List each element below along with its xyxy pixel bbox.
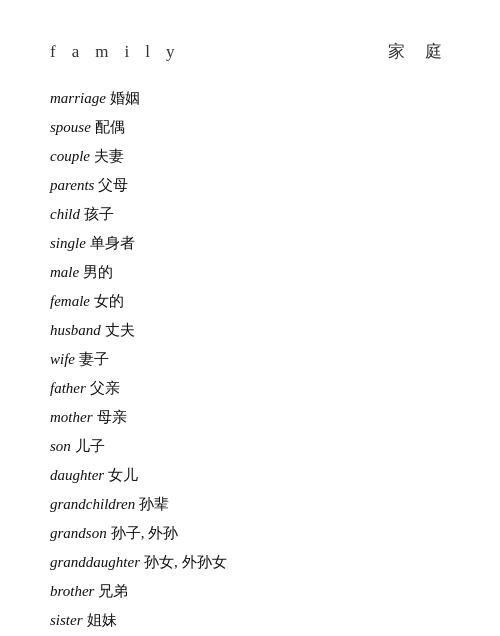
vocab-chinese: 孙子, 外孙	[111, 525, 179, 541]
list-item: daughter女儿	[50, 468, 450, 483]
title-chinese: 家 庭	[388, 40, 450, 63]
list-item: single单身者	[50, 236, 450, 251]
vocab-english: father	[50, 380, 86, 396]
vocab-english: brother	[50, 583, 94, 599]
title-letter: y	[166, 42, 177, 62]
vocab-chinese: 父母	[98, 177, 128, 193]
list-item: couple夫妻	[50, 149, 450, 164]
list-item: child孩子	[50, 207, 450, 222]
vocab-chinese: 夫妻	[94, 148, 124, 164]
vocab-english: sister	[50, 612, 83, 628]
vocab-chinese: 孩子	[84, 206, 114, 222]
vocab-english: parents	[50, 177, 94, 193]
list-item: female女的	[50, 294, 450, 309]
vocab-english: grandchildren	[50, 496, 135, 512]
list-item: grandson孙子, 外孙	[50, 526, 450, 541]
vocab-chinese: 女儿	[108, 467, 138, 483]
vocab-chinese: 姐妹	[87, 612, 117, 628]
vocab-english: daughter	[50, 467, 104, 483]
vocab-chinese: 单身者	[90, 235, 135, 251]
vocab-english: single	[50, 235, 86, 251]
vocab-chinese: 丈夫	[105, 322, 135, 338]
list-item: male男的	[50, 265, 450, 280]
list-item: marriage婚姻	[50, 91, 450, 106]
vocab-english: male	[50, 264, 79, 280]
list-item: husband丈夫	[50, 323, 450, 338]
list-item: granddaughter孙女, 外孙女	[50, 555, 450, 570]
title-row: family 家 庭	[50, 40, 450, 63]
list-item: wife妻子	[50, 352, 450, 367]
title-letter: i	[124, 42, 131, 62]
list-item: spouse配偶	[50, 120, 450, 135]
vocab-english: wife	[50, 351, 75, 367]
list-item: son儿子	[50, 439, 450, 454]
vocab-chinese: 孙辈	[139, 496, 169, 512]
list-item: father父亲	[50, 381, 450, 396]
title-letter: m	[95, 42, 110, 62]
list-item: parents父母	[50, 178, 450, 193]
list-item: brother兄弟	[50, 584, 450, 599]
vocab-english: mother	[50, 409, 93, 425]
vocab-english: spouse	[50, 119, 91, 135]
list-item: mother母亲	[50, 410, 450, 425]
vocab-chinese: 配偶	[95, 119, 125, 135]
vocab-english: grandson	[50, 525, 107, 541]
title-letter: l	[145, 42, 152, 62]
vocab-english: child	[50, 206, 80, 222]
vocab-english: husband	[50, 322, 101, 338]
vocab-chinese: 兄弟	[98, 583, 128, 599]
title-letter: a	[72, 42, 82, 62]
vocab-chinese: 婚姻	[110, 90, 140, 106]
list-item: sister姐妹	[50, 613, 450, 628]
vocab-chinese: 妻子	[79, 351, 109, 367]
vocab-english: son	[50, 438, 71, 454]
vocab-chinese: 女的	[94, 293, 124, 309]
vocab-list: marriage婚姻spouse配偶couple夫妻parents父母child…	[50, 91, 450, 636]
vocab-chinese: 孙女, 外孙女	[144, 554, 227, 570]
vocab-chinese: 儿子	[75, 438, 105, 454]
vocab-english: female	[50, 293, 90, 309]
title-letter: f	[50, 42, 58, 62]
vocab-chinese: 男的	[83, 264, 113, 280]
vocab-chinese: 母亲	[97, 409, 127, 425]
vocab-english: couple	[50, 148, 90, 164]
title-letters: family	[50, 42, 176, 62]
list-item: grandchildren孙辈	[50, 497, 450, 512]
vocab-english: granddaughter	[50, 554, 140, 570]
vocab-english: marriage	[50, 90, 106, 106]
page: family 家 庭 marriage婚姻spouse配偶couple夫妻par…	[0, 0, 500, 636]
vocab-chinese: 父亲	[90, 380, 120, 396]
